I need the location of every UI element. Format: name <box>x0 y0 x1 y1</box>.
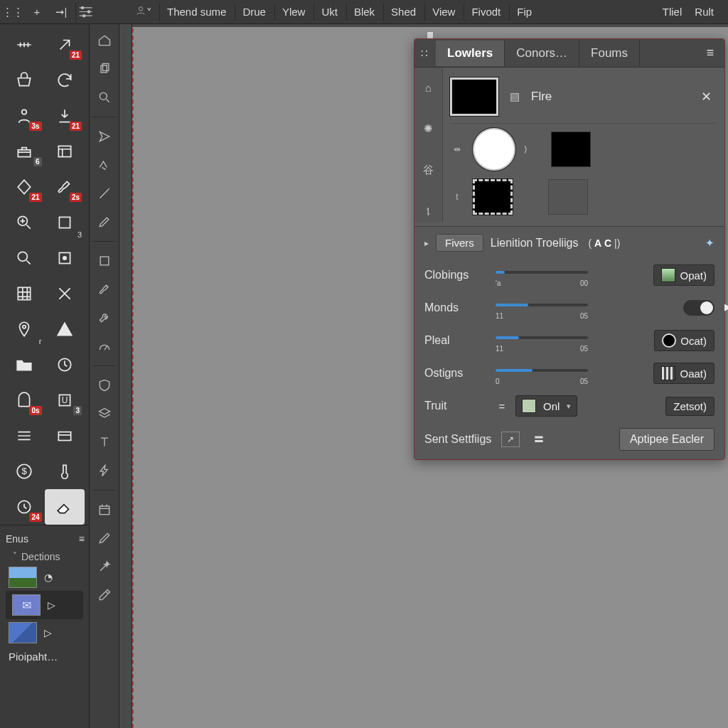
edit-icon[interactable] <box>92 526 117 550</box>
card-icon[interactable] <box>45 418 85 454</box>
grid-icon[interactable] <box>4 276 45 311</box>
props-chip[interactable]: Fivers <box>436 234 483 252</box>
menu-item-4[interactable]: Blek <box>346 3 382 21</box>
eyedrop-icon[interactable] <box>92 583 117 607</box>
house-mini-icon[interactable]: ⾕ <box>423 164 434 177</box>
layer-close-icon[interactable]: ✕ <box>697 89 716 105</box>
zoom-icon[interactable] <box>4 240 45 276</box>
shape-icon[interactable] <box>92 249 117 273</box>
target-icon[interactable] <box>45 240 85 276</box>
clock-icon[interactable] <box>45 347 85 382</box>
gear-mini-icon[interactable]: ✺ <box>424 122 433 135</box>
brush2-icon[interactable] <box>92 277 117 301</box>
dollar-icon[interactable]: $ <box>4 454 45 489</box>
basket-icon[interactable] <box>4 63 45 98</box>
zoom-in-icon[interactable] <box>4 205 45 240</box>
pin-icon[interactable]: r <box>4 311 45 347</box>
menu-item-7[interactable]: Fivodt <box>464 3 508 21</box>
panel-grip-icon[interactable]: ∷ <box>414 47 436 60</box>
tab-foums[interactable]: Foums <box>579 41 640 66</box>
chart-mini-icon[interactable]: ⥍ <box>424 205 433 218</box>
prop-slider-2[interactable]: 1105 <box>496 330 588 351</box>
asset-row-1[interactable]: ▷ <box>6 591 83 619</box>
brush-icon[interactable]: 2s <box>45 169 85 205</box>
pen-icon[interactable] <box>92 210 117 234</box>
panel-menu-icon[interactable]: ≡ <box>696 46 724 60</box>
arch-icon[interactable]: 0s <box>4 382 45 418</box>
prop-button-2[interactable]: Ocat) <box>654 330 714 351</box>
menu-right-1[interactable]: Rult <box>690 3 718 21</box>
menu-item-8[interactable]: Fip <box>509 3 539 21</box>
arrow-ne-icon[interactable]: 21 <box>45 27 85 63</box>
home-icon[interactable] <box>92 28 117 53</box>
panel-icon[interactable] <box>45 134 85 169</box>
cross-icon[interactable] <box>45 276 85 311</box>
footer-icon-1[interactable]: ↗ <box>501 432 520 447</box>
eraser-icon[interactable] <box>45 489 85 525</box>
download-icon[interactable]: 21 <box>45 98 85 134</box>
list-icon[interactable] <box>4 418 45 454</box>
disclosure-icon[interactable]: ▸ <box>424 238 429 248</box>
icon-strip <box>90 24 119 728</box>
wand-icon[interactable] <box>92 555 117 579</box>
wand2-icon[interactable]: ✦ <box>705 237 714 250</box>
menu-item-1[interactable]: Drue <box>235 3 273 21</box>
menu-right-0[interactable]: Tliel <box>658 3 687 21</box>
prop-slider-1[interactable]: 1105 <box>496 297 588 318</box>
layer-row-flre[interactable]: ▤ Flre ✕ <box>450 73 716 124</box>
slash-icon[interactable] <box>92 181 117 205</box>
prop-slider-3[interactable]: 005 <box>496 363 588 384</box>
home-mini-icon[interactable]: ⌂ <box>425 82 432 94</box>
toolbox-bottom-label[interactable]: Pioipaht… <box>6 646 83 670</box>
person-icon[interactable]: 3s <box>4 98 45 134</box>
lasso-icon[interactable] <box>92 153 117 177</box>
toolbox-section-label[interactable]: Dections <box>6 548 83 564</box>
menu-item-5[interactable]: Shed <box>383 3 423 21</box>
calendar-icon[interactable] <box>92 498 117 522</box>
handle-icon[interactable]: ⋮⋮ <box>3 2 23 22</box>
slider-icon[interactable] <box>75 2 95 22</box>
arrow-icon[interactable] <box>92 124 117 149</box>
layer-row-1[interactable]: ⇹ ⟩ <box>450 124 716 175</box>
truit-button[interactable]: Zetsot) <box>665 397 714 416</box>
menu-item-0[interactable]: Thend sume <box>159 3 233 21</box>
wrench-icon[interactable] <box>92 306 117 330</box>
copy-icon[interactable] <box>92 57 117 81</box>
u-icon[interactable]: U3 <box>45 382 85 418</box>
asset-row-2[interactable]: ▷ <box>6 619 83 646</box>
prop-slider-0[interactable]: 'a00 <box>496 264 588 286</box>
prop-toggle-1[interactable]: ▶ <box>683 300 714 316</box>
square-3-icon[interactable]: 3 <box>45 205 85 240</box>
bolt-icon[interactable] <box>92 459 117 483</box>
prop-button-3[interactable]: Oaat) <box>653 363 714 384</box>
gauge-icon[interactable] <box>92 334 117 358</box>
text-icon[interactable] <box>92 430 117 454</box>
tab-conors[interactable]: Conors… <box>505 41 579 66</box>
menu-item-6[interactable]: View <box>424 3 462 21</box>
refresh-icon[interactable] <box>45 63 85 98</box>
truit-select[interactable]: Onl ▾ <box>515 395 577 417</box>
tab-lowlers[interactable]: Lowlers <box>436 41 505 66</box>
triangle-icon[interactable] <box>45 311 85 347</box>
layers-icon[interactable] <box>92 402 117 426</box>
menu-item-3[interactable]: Ukt <box>314 3 345 21</box>
footer-apply-button[interactable]: Aptipee Eacler <box>619 428 714 451</box>
asset-row-0[interactable]: ◔ <box>6 564 83 591</box>
clock2-icon[interactable]: 24 <box>4 489 45 525</box>
hamburger-icon[interactable]: ≡ <box>79 533 83 545</box>
thermo-icon[interactable] <box>45 454 85 489</box>
align-right-icon[interactable]: ➞| <box>51 2 71 22</box>
toolbox-icon[interactable]: 6 <box>4 134 45 169</box>
plus-icon[interactable]: + <box>27 2 47 22</box>
prop-button-0[interactable]: Opat) <box>653 264 714 286</box>
footer-icon-2[interactable]: 〓 <box>530 432 548 447</box>
search-mini-icon[interactable] <box>92 85 117 109</box>
svg-rect-22 <box>102 64 108 71</box>
folder-icon[interactable] <box>4 347 45 382</box>
layer-row-2[interactable]: t <box>450 175 716 219</box>
menu-item-2[interactable]: Ylew <box>274 3 313 21</box>
diamond-icon[interactable]: 21 <box>4 169 45 205</box>
shield-icon[interactable] <box>92 373 117 397</box>
ruler-h-icon[interactable] <box>4 27 45 63</box>
menu-user-icon[interactable]: ˅ <box>129 2 158 22</box>
